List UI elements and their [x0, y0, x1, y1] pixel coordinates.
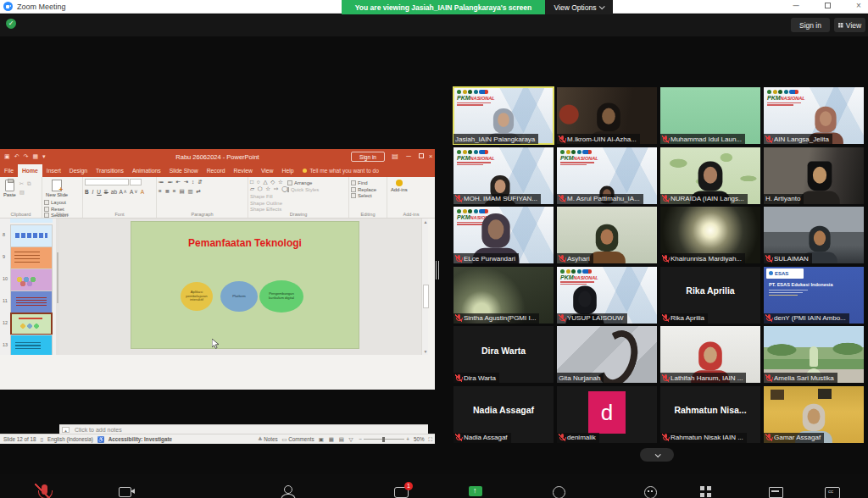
view-options-dropdown[interactable]: View Options — [545, 0, 613, 14]
format-painter-icon[interactable]: ▨ — [19, 189, 32, 196]
participant-tile[interactable]: NURAIDA (IAIN Langs... — [660, 147, 760, 204]
participant-tile[interactable]: PKMNASIONALMOH. IMAM SUFIYAN... — [453, 147, 554, 204]
participant-tile[interactable]: PKMNASIONALM. Asrul Pattimahu_IA... — [557, 147, 657, 204]
record-icon[interactable] — [549, 484, 570, 498]
participant-tile[interactable]: PKMNASIONALELce Purwandari — [453, 207, 554, 263]
ppt-tab-file[interactable]: File — [0, 164, 18, 177]
layout-button[interactable]: Layout — [44, 200, 68, 205]
slide-thumbnail-13[interactable] — [10, 335, 53, 355]
video-icon[interactable] — [117, 484, 137, 498]
slide-thumbnail-11[interactable] — [10, 290, 53, 313]
current-slide[interactable]: Pemanfaatan Teknologi Aplikasi pembelaja… — [131, 222, 359, 348]
paste-button[interactable]: Paste — [3, 180, 16, 197]
slide-thumbnail-partial[interactable] — [10, 219, 53, 223]
save-icon[interactable]: ▣ — [4, 153, 10, 160]
ppt-tab-animations[interactable]: Animations — [128, 164, 165, 177]
view-mode-buttons[interactable]: ▣ ▦ ▤ ▽ — [319, 436, 355, 443]
participant-tile[interactable]: Rika ApriliaRika Aprilia — [660, 267, 760, 324]
shapes-gallery-row2[interactable]: ▱ ⬡ ☆ ⇨ ◯ — [250, 185, 286, 192]
minimize-button[interactable]: ─ — [784, 0, 808, 13]
slide-thumbnail-10[interactable] — [10, 268, 53, 291]
list-indent-buttons[interactable]: ≔ ≕ ⇤ ⇥ ↕ ⇵ — [159, 179, 246, 185]
find-button[interactable]: Find — [351, 180, 376, 185]
participant-tile[interactable]: Asyhari — [557, 207, 657, 263]
participant-tile[interactable]: H. Artiyanto — [764, 147, 864, 204]
participant-tile[interactable]: ESASPT. ESAS Edukasi IndonesiadenY (PMI … — [764, 267, 864, 324]
zoom-percentage[interactable]: 50% — [414, 436, 425, 442]
powerpoint-close-button[interactable]: × — [424, 149, 437, 164]
participant-tile[interactable]: ddenimalik — [557, 386, 657, 443]
font-format-buttons[interactable]: B I U S ab A˄ A˅ A — [85, 189, 154, 195]
customize-qat-icon[interactable]: ▾ — [42, 153, 46, 160]
redo-icon[interactable]: ↷ — [24, 153, 29, 160]
close-button[interactable]: × — [847, 0, 868, 13]
participant-tile[interactable]: Rahmatun Nisa...Rahmatun Nisak IAIN ... — [660, 386, 760, 443]
share-screen-icon[interactable] — [467, 484, 487, 498]
participant-tile[interactable]: Gamar Assagaf — [764, 386, 864, 443]
notes-collapse-icon[interactable]: ▴ — [62, 427, 70, 433]
participant-tile[interactable]: Dira WartaDira Warta — [453, 326, 554, 383]
new-slide-button[interactable]: New Slide — [46, 180, 68, 197]
shape-outline-button[interactable]: Shape Outline — [250, 201, 281, 206]
participant-tile[interactable]: Nadia AssagafNadia Assagaf — [453, 386, 554, 443]
cut-copy-painter-icons[interactable]: ✂ ⧉ — [19, 180, 32, 187]
quick-access-toolbar[interactable]: ▣ ↶ ↷ ▦ ▾ — [4, 153, 46, 160]
replace-button[interactable]: Replace — [351, 187, 376, 192]
participant-tile[interactable]: Sintha Agustin(PGMI I... — [453, 267, 554, 324]
ppt-tab-transitions[interactable]: Transitions — [92, 164, 128, 177]
sign-in-button[interactable]: Sign in — [791, 18, 830, 32]
participant-tile[interactable]: PKMNASIONALAIN Langsa_Jelita — [764, 87, 864, 144]
accessibility-checker[interactable]: Accessibility: Investigate — [108, 436, 172, 442]
share-gallery-resize-handle[interactable] — [436, 261, 441, 279]
slide-shape-bubble[interactable]: Platform — [220, 281, 258, 312]
powerpoint-minimize-button[interactable]: ─ — [402, 149, 415, 164]
notes-pane[interactable]: ▴ Click to add notes — [59, 424, 428, 434]
participants-icon[interactable] — [278, 484, 298, 498]
canvas-scrollbar[interactable]: ▲▼ — [421, 219, 428, 355]
participant-tile[interactable]: M.Ikrom-UIN Al-Azha... — [557, 87, 657, 144]
quick-styles-button[interactable]: Quick Styles — [287, 187, 316, 192]
comments-toggle[interactable]: ▭ Comments — [282, 436, 314, 442]
zoom-slider[interactable]: −+ — [359, 436, 409, 442]
notes-toggle[interactable]: ≜ Notes — [258, 436, 277, 442]
select-button[interactable]: Select — [351, 193, 376, 198]
ppt-tab-record[interactable]: Record — [203, 164, 230, 177]
chat-icon[interactable]: 1 — [392, 484, 413, 498]
participant-tile[interactable]: Lathifah Hanum, IAIN ... — [660, 326, 760, 383]
ppt-tab-design[interactable]: Design — [65, 164, 92, 177]
participant-tile[interactable]: Khairunnisa Mardiyah... — [660, 207, 760, 263]
slide-shape-bubble[interactable]: Pengembangan kurikulum digital — [259, 280, 303, 313]
participant-tile[interactable]: PKMNASIONALJasiah_IAIN Palangkaraya — [453, 87, 554, 144]
ppt-tab-home[interactable]: Home — [18, 164, 42, 177]
participant-tile[interactable]: SULAIMAN — [764, 207, 864, 263]
whiteboard-icon[interactable] — [767, 484, 787, 498]
participant-tile[interactable]: Muhammad Idul Laun... — [660, 87, 760, 144]
ppt-tab-view[interactable]: View — [257, 164, 278, 177]
apps-icon[interactable] — [697, 484, 717, 498]
ribbon-display-options-button[interactable]: ▤ — [388, 149, 402, 164]
mic-off-icon[interactable] — [35, 484, 55, 498]
reset-button[interactable]: Reset — [44, 207, 68, 212]
ppt-tab-help[interactable]: Help — [277, 164, 298, 177]
shape-fill-button[interactable]: Shape Fill — [250, 194, 281, 199]
ppt-tab-slide-show[interactable]: Slide Show — [165, 164, 203, 177]
fit-slide-button[interactable]: ⛶ — [429, 436, 432, 443]
font-size-box[interactable] — [130, 179, 142, 185]
addins-button[interactable]: Add-ins — [391, 180, 408, 192]
shapes-gallery[interactable]: □ ○ △ ◇ ☆ — [250, 179, 286, 185]
view-layout-button[interactable]: View — [834, 18, 865, 32]
tell-me-box[interactable]: Tell me what you want to do — [298, 164, 378, 177]
maximize-button[interactable] — [815, 0, 839, 13]
undo-icon[interactable]: ↶ — [14, 153, 19, 160]
participant-tile[interactable]: Gita Nurjanah — [557, 326, 657, 383]
gallery-scroll-down-button[interactable] — [640, 448, 674, 462]
ppt-tab-insert[interactable]: Insert — [42, 164, 65, 177]
start-slideshow-icon[interactable]: ▦ — [32, 153, 38, 160]
zoom-slider-thumb[interactable] — [382, 437, 385, 442]
arrange-button[interactable]: Arrange — [287, 180, 316, 185]
participant-tile[interactable]: Amelia Sari Mustika — [764, 326, 864, 383]
ppt-tab-review[interactable]: Review — [230, 164, 257, 177]
slide-thumbnail-9[interactable] — [10, 246, 53, 269]
language-indicator[interactable]: English (Indonesia) — [47, 436, 93, 442]
font-name-box[interactable] — [85, 179, 129, 185]
